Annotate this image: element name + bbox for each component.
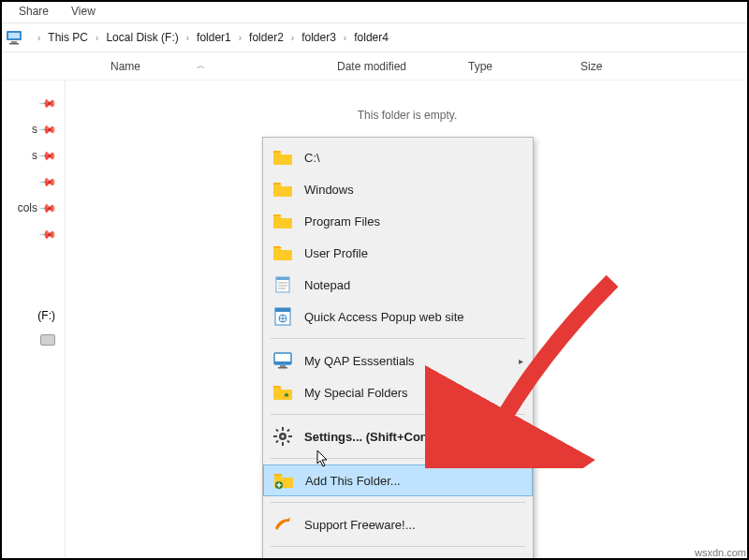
support-icon	[272, 514, 293, 535]
menu-item-close[interactable]: Close this menu	[263, 553, 533, 560]
menu-item-c[interactable]: C:\	[263, 141, 533, 173]
svg-point-27	[282, 435, 285, 438]
menu-label: C:\	[304, 151, 523, 165]
crumb-local-disk[interactable]: Local Disk (F:)	[106, 31, 178, 44]
pin-icon: 📌	[38, 120, 58, 140]
menu-label: Add This Folder...	[305, 474, 522, 488]
ribbon-tabs: Share View	[0, 0, 749, 22]
menu-item-special-folders[interactable]: My Special Folders ▸	[263, 376, 533, 408]
menu-item-program-files[interactable]: Program Files	[263, 205, 533, 237]
watermark: wsxdn.com	[695, 547, 746, 558]
menu-item-essentials[interactable]: My QAP Esssentials ▸	[263, 345, 533, 376]
menu-label: Settings... (Shift+Control+S)	[304, 430, 523, 444]
pin-icon: 📌	[38, 146, 58, 166]
svg-rect-1	[8, 33, 20, 38]
sidebar-item[interactable]: s📌	[0, 116, 65, 142]
svg-rect-17	[278, 367, 287, 369]
col-name[interactable]: Name	[110, 60, 140, 73]
sidebar-drive[interactable]: (F:)	[0, 303, 65, 328]
svg-rect-21	[273, 435, 277, 437]
svg-rect-19	[282, 427, 284, 431]
tab-view[interactable]: View	[71, 5, 95, 18]
sidebar-item[interactable]: s📌	[0, 142, 65, 169]
crumb-folder1[interactable]: folder1	[197, 31, 231, 44]
submenu-arrow-icon: ▸	[519, 356, 523, 366]
notepad-icon	[272, 274, 293, 295]
menu-separator	[271, 546, 525, 547]
web-icon	[272, 306, 293, 327]
crumb-folder2[interactable]: folder2	[249, 31, 284, 44]
crumb-folder3[interactable]: folder3	[301, 31, 336, 44]
menu-label: Support Freeware!...	[304, 518, 523, 532]
tab-share[interactable]: Share	[19, 5, 49, 18]
svg-rect-3	[9, 43, 19, 45]
folder-icon	[272, 147, 293, 168]
breadcrumb[interactable]: ›This PC ›Local Disk (F:) ›folder1 ›fold…	[0, 22, 749, 52]
svg-rect-2	[11, 41, 17, 43]
menu-item-user-profile[interactable]: User Profile	[263, 237, 533, 269]
svg-rect-15	[274, 361, 291, 364]
pin-icon: 📌	[38, 225, 58, 244]
menu-label: Notepad	[304, 278, 523, 292]
drive-icon	[40, 334, 55, 346]
empty-folder-message: This folder is empty.	[66, 81, 749, 122]
sidebar: 📌 s📌 s📌 📌 cols📌 📌 (F:)	[0, 81, 66, 560]
computer-icon	[6, 29, 24, 46]
menu-label: User Profile	[304, 246, 523, 260]
folder-star-icon	[272, 382, 293, 403]
gear-icon	[272, 426, 293, 447]
menu-item-settings[interactable]: Settings... (Shift+Control+S)	[263, 420, 533, 452]
svg-rect-26	[275, 440, 279, 444]
menu-item-notepad[interactable]: Notepad	[263, 269, 533, 301]
sidebar-item[interactable]: 📌	[0, 221, 65, 247]
sidebar-item[interactable]: 📌	[0, 169, 65, 195]
context-menu: C:\ Windows Program Files User Profile N…	[262, 137, 534, 560]
svg-rect-5	[276, 277, 289, 280]
col-size[interactable]: Size	[580, 60, 655, 73]
folder-icon	[272, 179, 293, 199]
submenu-arrow-icon: ▸	[519, 388, 523, 398]
folder-add-icon	[273, 470, 294, 491]
menu-label: My Special Folders	[304, 386, 523, 400]
crumb-this-pc[interactable]: This PC	[48, 31, 88, 44]
folder-icon	[272, 211, 293, 231]
menu-separator	[271, 458, 525, 459]
crumb-folder4[interactable]: folder4	[354, 31, 389, 44]
svg-rect-25	[286, 429, 290, 433]
menu-item-qap-site[interactable]: Quick Access Popup web site	[263, 301, 533, 332]
menu-label: Program Files	[304, 214, 523, 228]
menu-item-support[interactable]: Support Freeware!...	[263, 508, 533, 540]
folder-icon	[272, 243, 293, 263]
sidebar-item[interactable]: cols📌	[0, 195, 65, 221]
svg-rect-16	[280, 365, 286, 367]
col-date[interactable]: Date modified	[337, 60, 468, 73]
menu-label: My QAP Esssentials	[304, 354, 523, 368]
svg-rect-23	[275, 429, 279, 433]
sort-arrow-icon: ︿	[197, 60, 205, 72]
sidebar-drive-icon-row[interactable]	[0, 328, 65, 352]
menu-separator	[271, 414, 525, 415]
col-type[interactable]: Type	[468, 60, 580, 73]
menu-item-add-this-folder[interactable]: Add This Folder...	[263, 464, 533, 496]
pin-icon: 📌	[38, 199, 58, 218]
svg-rect-10	[275, 308, 290, 312]
menu-separator	[271, 502, 525, 503]
monitor-icon	[272, 350, 293, 371]
column-headers: Name︿ Date modified Type Size	[0, 52, 749, 81]
pin-icon: 📌	[38, 172, 58, 192]
menu-label: Windows	[304, 183, 523, 197]
pin-icon: 📌	[38, 94, 58, 113]
menu-item-windows[interactable]: Windows	[263, 173, 533, 205]
menu-label: Quick Access Popup web site	[304, 310, 523, 324]
svg-rect-20	[282, 442, 284, 446]
svg-rect-22	[288, 435, 292, 437]
menu-separator	[271, 338, 525, 339]
svg-rect-24	[286, 440, 290, 444]
sidebar-item[interactable]: 📌	[0, 90, 65, 116]
